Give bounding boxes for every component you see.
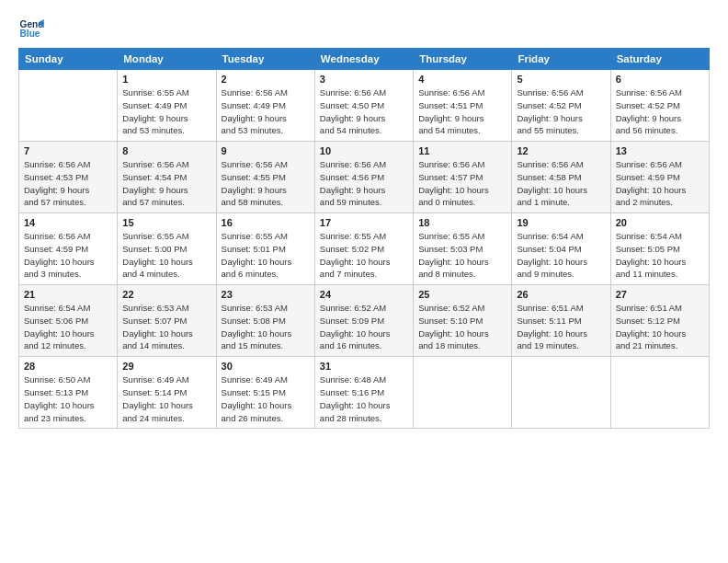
day-info: Sunrise: 6:53 AMSunset: 5:07 PMDaylight:… — [122, 302, 210, 352]
day-info: Sunrise: 6:51 AMSunset: 5:12 PMDaylight:… — [616, 302, 704, 352]
day-info: Sunrise: 6:56 AMSunset: 4:50 PMDaylight:… — [320, 86, 408, 137]
calendar-cell: 9Sunrise: 6:56 AMSunset: 4:55 PMDaylight… — [216, 142, 314, 213]
header-day-friday: Friday — [512, 49, 610, 70]
day-number: 9 — [222, 145, 310, 156]
calendar-cell: 20Sunrise: 6:54 AMSunset: 5:05 PMDayligh… — [610, 213, 709, 285]
day-info: Sunrise: 6:49 AMSunset: 5:14 PMDaylight:… — [122, 373, 210, 424]
day-info: Sunrise: 6:52 AMSunset: 5:09 PMDaylight:… — [320, 302, 408, 352]
day-info: Sunrise: 6:56 AMSunset: 4:59 PMDaylight:… — [24, 230, 112, 281]
header-row: SundayMondayTuesdayWednesdayThursdayFrid… — [19, 49, 710, 70]
day-info: Sunrise: 6:55 AMSunset: 5:03 PMDaylight:… — [418, 230, 506, 281]
week-row-1: 1Sunrise: 6:55 AMSunset: 4:49 PMDaylight… — [19, 70, 710, 142]
day-number: 17 — [320, 217, 408, 228]
day-info: Sunrise: 6:55 AMSunset: 5:01 PMDaylight:… — [222, 230, 310, 281]
logo-icon: General Blue — [18, 17, 44, 42]
day-number: 26 — [517, 289, 605, 300]
day-number: 24 — [320, 289, 408, 300]
calendar-cell: 21Sunrise: 6:54 AMSunset: 5:06 PMDayligh… — [19, 285, 118, 357]
header-day-monday: Monday — [118, 49, 216, 70]
day-number: 3 — [320, 74, 408, 85]
calendar-cell: 17Sunrise: 6:55 AMSunset: 5:02 PMDayligh… — [314, 213, 413, 285]
calendar-cell: 26Sunrise: 6:51 AMSunset: 5:11 PMDayligh… — [512, 285, 610, 357]
header-day-saturday: Saturday — [610, 49, 709, 70]
header-day-thursday: Thursday — [414, 49, 512, 70]
calendar-cell: 29Sunrise: 6:49 AMSunset: 5:14 PMDayligh… — [118, 357, 216, 429]
calendar-cell: 25Sunrise: 6:52 AMSunset: 5:10 PMDayligh… — [414, 285, 512, 357]
calendar-cell: 15Sunrise: 6:55 AMSunset: 5:00 PMDayligh… — [118, 213, 216, 285]
day-info: Sunrise: 6:56 AMSunset: 4:55 PMDaylight:… — [222, 158, 310, 209]
day-info: Sunrise: 6:49 AMSunset: 5:15 PMDaylight:… — [222, 373, 310, 424]
day-number: 21 — [24, 289, 112, 300]
week-row-2: 7Sunrise: 6:56 AMSunset: 4:53 PMDaylight… — [19, 142, 710, 213]
calendar-cell: 31Sunrise: 6:48 AMSunset: 5:16 PMDayligh… — [314, 357, 413, 429]
day-info: Sunrise: 6:51 AMSunset: 5:11 PMDaylight:… — [517, 302, 605, 352]
calendar-cell — [610, 357, 709, 429]
day-info: Sunrise: 6:53 AMSunset: 5:08 PMDaylight:… — [222, 302, 310, 352]
calendar-cell: 8Sunrise: 6:56 AMSunset: 4:54 PMDaylight… — [118, 142, 216, 213]
day-number: 13 — [616, 145, 704, 156]
calendar-cell: 10Sunrise: 6:56 AMSunset: 4:56 PMDayligh… — [314, 142, 413, 213]
day-number: 1 — [122, 74, 210, 85]
logo: General Blue — [18, 17, 44, 42]
calendar-cell: 6Sunrise: 6:56 AMSunset: 4:52 PMDaylight… — [610, 70, 709, 142]
day-number: 22 — [122, 289, 210, 300]
calendar-cell: 19Sunrise: 6:54 AMSunset: 5:04 PMDayligh… — [512, 213, 610, 285]
day-number: 16 — [222, 217, 310, 228]
day-number: 27 — [616, 289, 704, 300]
calendar-cell: 1Sunrise: 6:55 AMSunset: 4:49 PMDaylight… — [118, 70, 216, 142]
header: General Blue — [18, 17, 710, 42]
week-row-3: 14Sunrise: 6:56 AMSunset: 4:59 PMDayligh… — [19, 213, 710, 285]
calendar-cell: 24Sunrise: 6:52 AMSunset: 5:09 PMDayligh… — [314, 285, 413, 357]
calendar-cell: 14Sunrise: 6:56 AMSunset: 4:59 PMDayligh… — [19, 213, 118, 285]
day-number: 11 — [418, 145, 506, 156]
week-row-5: 28Sunrise: 6:50 AMSunset: 5:13 PMDayligh… — [19, 357, 710, 429]
calendar-cell: 28Sunrise: 6:50 AMSunset: 5:13 PMDayligh… — [19, 357, 118, 429]
day-info: Sunrise: 6:56 AMSunset: 4:51 PMDaylight:… — [418, 86, 506, 137]
day-number: 31 — [320, 361, 408, 372]
calendar-cell: 7Sunrise: 6:56 AMSunset: 4:53 PMDaylight… — [19, 142, 118, 213]
day-number: 4 — [418, 74, 506, 85]
header-day-sunday: Sunday — [19, 49, 118, 70]
day-info: Sunrise: 6:54 AMSunset: 5:04 PMDaylight:… — [517, 230, 605, 281]
calendar-table: SundayMondayTuesdayWednesdayThursdayFrid… — [18, 48, 710, 429]
day-number: 10 — [320, 145, 408, 156]
day-number: 29 — [122, 361, 210, 372]
calendar-cell: 27Sunrise: 6:51 AMSunset: 5:12 PMDayligh… — [610, 285, 709, 357]
day-number: 25 — [418, 289, 506, 300]
day-number: 8 — [122, 145, 210, 156]
day-number: 12 — [517, 145, 605, 156]
day-number: 15 — [122, 217, 210, 228]
day-info: Sunrise: 6:56 AMSunset: 4:56 PMDaylight:… — [320, 158, 408, 209]
day-number: 23 — [222, 289, 310, 300]
day-info: Sunrise: 6:56 AMSunset: 4:59 PMDaylight:… — [616, 158, 704, 209]
day-info: Sunrise: 6:54 AMSunset: 5:06 PMDaylight:… — [24, 302, 112, 352]
day-info: Sunrise: 6:56 AMSunset: 4:53 PMDaylight:… — [24, 158, 112, 209]
day-number: 20 — [616, 217, 704, 228]
week-row-4: 21Sunrise: 6:54 AMSunset: 5:06 PMDayligh… — [19, 285, 710, 357]
calendar-cell: 3Sunrise: 6:56 AMSunset: 4:50 PMDaylight… — [314, 70, 413, 142]
day-info: Sunrise: 6:55 AMSunset: 5:02 PMDaylight:… — [320, 230, 408, 281]
day-info: Sunrise: 6:56 AMSunset: 4:57 PMDaylight:… — [418, 158, 506, 209]
day-info: Sunrise: 6:56 AMSunset: 4:54 PMDaylight:… — [122, 158, 210, 209]
calendar-cell: 4Sunrise: 6:56 AMSunset: 4:51 PMDaylight… — [414, 70, 512, 142]
day-info: Sunrise: 6:56 AMSunset: 4:49 PMDaylight:… — [222, 86, 310, 137]
calendar-cell: 12Sunrise: 6:56 AMSunset: 4:58 PMDayligh… — [512, 142, 610, 213]
day-number: 18 — [418, 217, 506, 228]
calendar-cell — [512, 357, 610, 429]
day-number: 30 — [222, 361, 310, 372]
calendar-cell: 13Sunrise: 6:56 AMSunset: 4:59 PMDayligh… — [610, 142, 709, 213]
calendar-cell — [414, 357, 512, 429]
day-number: 6 — [616, 74, 704, 85]
day-number: 14 — [24, 217, 112, 228]
day-info: Sunrise: 6:56 AMSunset: 4:52 PMDaylight:… — [616, 86, 704, 137]
calendar-cell: 11Sunrise: 6:56 AMSunset: 4:57 PMDayligh… — [414, 142, 512, 213]
day-number: 7 — [24, 145, 112, 156]
day-info: Sunrise: 6:48 AMSunset: 5:16 PMDaylight:… — [320, 373, 408, 424]
calendar-cell: 2Sunrise: 6:56 AMSunset: 4:49 PMDaylight… — [216, 70, 314, 142]
day-number: 5 — [517, 74, 605, 85]
day-info: Sunrise: 6:55 AMSunset: 4:49 PMDaylight:… — [122, 86, 210, 137]
calendar-cell: 5Sunrise: 6:56 AMSunset: 4:52 PMDaylight… — [512, 70, 610, 142]
day-info: Sunrise: 6:55 AMSunset: 5:00 PMDaylight:… — [122, 230, 210, 281]
day-info: Sunrise: 6:56 AMSunset: 4:58 PMDaylight:… — [517, 158, 605, 209]
calendar-cell — [19, 70, 118, 142]
